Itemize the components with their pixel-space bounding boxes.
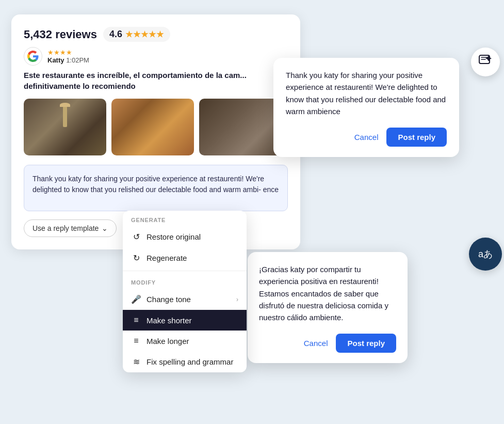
ai-sparkle-icon bbox=[478, 53, 493, 71]
context-menu: GENERATE ↺ Restore original ↻ Regenerate… bbox=[123, 211, 247, 372]
dialog-english-text: Thank you katy for sharing your positive… bbox=[286, 69, 447, 117]
review-header: 5,432 reviews 4.6 ★★★★★ bbox=[24, 27, 288, 42]
review-count: 5,432 reviews bbox=[24, 28, 97, 41]
language-icon: aあ bbox=[478, 248, 493, 260]
chevron-down-icon: ⌄ bbox=[102, 224, 108, 232]
review-image-2 bbox=[111, 99, 194, 155]
dialog-english-cancel-button[interactable]: Cancel bbox=[354, 133, 379, 142]
arrow-right-icon: › bbox=[236, 296, 238, 303]
language-button[interactable]: aあ bbox=[469, 238, 502, 271]
dialog-spanish-actions: Cancel Post reply bbox=[259, 334, 396, 353]
make-shorter-icon: ≡ bbox=[131, 316, 141, 325]
use-reply-template-button[interactable]: Use a reply template ⌄ bbox=[24, 219, 117, 237]
change-tone-label: Change tone bbox=[147, 295, 191, 304]
fix-spelling-icon: ≋ bbox=[131, 357, 141, 367]
make-longer-item[interactable]: ≡ Make longer bbox=[123, 331, 247, 351]
modify-section-label: MODIFY bbox=[123, 273, 247, 289]
reviewer-name: Katty bbox=[47, 56, 64, 64]
dialog-spanish-text: ¡Gracias katy por compartir tu experienc… bbox=[259, 263, 396, 323]
google-icon bbox=[24, 47, 42, 66]
reviewer-stars: ★★★★ bbox=[47, 49, 89, 56]
dialog-spanish-cancel-button[interactable]: Cancel bbox=[304, 339, 328, 348]
review-image-3 bbox=[199, 99, 282, 155]
restore-original-label: Restore original bbox=[147, 232, 201, 241]
reviewer-time: 1:02PM bbox=[66, 56, 89, 64]
rating-stars: ★★★★★ bbox=[125, 29, 164, 39]
reviewer-name-time: Katty 1:02PM bbox=[47, 56, 89, 64]
regenerate-icon: ↻ bbox=[131, 253, 141, 263]
regenerate-item[interactable]: ↻ Regenerate bbox=[123, 247, 247, 269]
dialog-english-actions: Cancel Post reply bbox=[286, 128, 447, 147]
reply-text-box[interactable]: Thank you katy for sharing your positive… bbox=[24, 165, 288, 211]
reviewer-row: ★★★★ Katty 1:02PM bbox=[24, 47, 288, 66]
fix-spelling-label: Fix spelling and grammar bbox=[147, 357, 233, 366]
ai-assist-button[interactable] bbox=[471, 48, 500, 76]
regenerate-label: Regenerate bbox=[147, 254, 187, 262]
microphone-icon: 🎤 bbox=[131, 294, 141, 304]
review-images bbox=[24, 99, 288, 155]
fix-spelling-item[interactable]: ≋ Fix spelling and grammar bbox=[123, 351, 247, 372]
review-image-1 bbox=[24, 99, 106, 155]
dialog-english: Thank you katy for sharing your positive… bbox=[273, 58, 459, 157]
restore-original-item[interactable]: ↺ Restore original bbox=[123, 226, 247, 247]
restore-icon: ↺ bbox=[131, 232, 141, 242]
menu-divider bbox=[123, 271, 247, 271]
rating-badge: 4.6 ★★★★★ bbox=[103, 27, 170, 42]
dialog-spanish-post-reply-button[interactable]: Post reply bbox=[336, 334, 396, 353]
make-longer-icon: ≡ bbox=[131, 336, 141, 346]
make-shorter-label: Make shorter bbox=[147, 316, 192, 325]
generate-section-label: GENERATE bbox=[123, 211, 247, 226]
rating-value: 4.6 bbox=[109, 29, 122, 40]
make-shorter-item[interactable]: ≡ Make shorter bbox=[123, 310, 247, 331]
dialog-english-post-reply-button[interactable]: Post reply bbox=[386, 128, 447, 147]
dialog-spanish: ¡Gracias katy por compartir tu experienc… bbox=[248, 252, 408, 363]
review-text: Este restaurante es increíble, el compor… bbox=[24, 70, 288, 91]
reply-template-label: Use a reply template bbox=[32, 224, 99, 232]
reviewer-info: ★★★★ Katty 1:02PM bbox=[47, 49, 89, 64]
change-tone-item[interactable]: 🎤 Change tone › bbox=[123, 289, 247, 310]
make-longer-label: Make longer bbox=[147, 337, 189, 346]
